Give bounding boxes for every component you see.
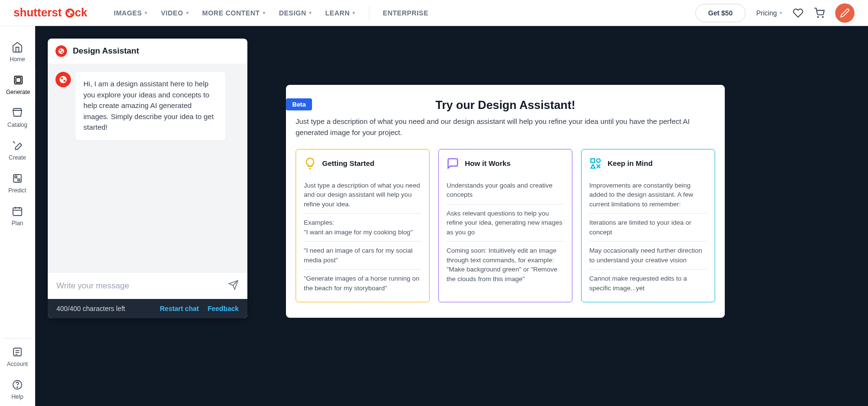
nav-label: LEARN (326, 9, 350, 17)
sidebar-item-account[interactable]: Account (0, 340, 35, 373)
card-header: Keep in Mind (589, 157, 707, 170)
card-how-it-works: How it Works Understands your goals and … (438, 149, 572, 302)
sidebar-label: Home (10, 56, 25, 63)
card-text: Cannot make requested edits to a specifi… (589, 270, 707, 293)
left-sidebar: Home Generate Catalog Create Predict Pla… (0, 26, 35, 406)
chat-panel: Design Assistant Hi, I am a design assis… (48, 39, 247, 318)
get50-button[interactable]: Get $50 (695, 4, 746, 22)
message-text: Hi, I am a design assistant here to help… (76, 72, 225, 140)
hero-title: Try our Design Assistant! (296, 98, 715, 112)
sidebar-item-help[interactable]: Help (0, 373, 35, 406)
svg-rect-24 (62, 52, 63, 53)
card-text: "I need an image of cars for my social m… (304, 242, 421, 270)
help-icon (12, 379, 23, 391)
svg-rect-30 (591, 159, 595, 162)
chat-input-row (48, 272, 247, 299)
nav-label: IMAGES (114, 9, 142, 17)
sidebar-item-create[interactable]: Create (0, 134, 35, 167)
restart-chat-link[interactable]: Restart chat (160, 305, 199, 312)
create-icon (12, 140, 23, 151)
send-icon (228, 280, 239, 290)
nav-more-content[interactable]: MORE CONTENT▾ (202, 9, 265, 17)
hero-panel: Beta Try our Design Assistant! Just type… (286, 85, 725, 318)
feedback-link[interactable]: Feedback (207, 305, 239, 312)
pencil-icon (840, 8, 850, 18)
nav-label: ENTERPRISE (383, 9, 428, 17)
shutterstock-logo-icon: shutterst ck (14, 7, 100, 19)
cart-button[interactable] (814, 8, 825, 18)
chevron-down-icon: ▾ (186, 10, 189, 15)
card-text: Coming soon: Intuitively edit an image t… (447, 242, 564, 284)
sidebar-divider (3, 338, 32, 338)
nav-images[interactable]: IMAGES▾ (114, 9, 148, 17)
nav-learn[interactable]: LEARN▾ (326, 9, 355, 17)
svg-point-31 (597, 159, 600, 162)
assistant-avatar-icon (55, 72, 71, 87)
chevron-down-icon: ▾ (353, 10, 355, 15)
nav-enterprise[interactable]: ENTERPRISE (383, 9, 428, 17)
sidebar-label: Account (7, 361, 27, 367)
send-button[interactable] (228, 280, 239, 292)
card-text: Asks relevant questions to help you refi… (447, 204, 564, 242)
hero-cards: Getting Started Just type a description … (296, 149, 715, 302)
card-keep-in-mind: Keep in Mind Improvements are constantly… (581, 149, 715, 302)
shutterstock-dot-icon (58, 48, 65, 54)
shapes-icon (589, 157, 602, 170)
sidebar-item-plan[interactable]: Plan (0, 200, 35, 232)
chat-footer-links: Restart chat Feedback (160, 305, 239, 312)
card-text: Iterations are limited to your idea or c… (589, 214, 707, 242)
sidebar-item-home[interactable]: Home (0, 36, 35, 68)
svg-rect-26 (61, 78, 63, 80)
sidebar-label: Help (12, 393, 24, 400)
shutterstock-dot-icon (59, 75, 68, 84)
nav-video[interactable]: VIDEO▾ (161, 9, 189, 17)
sidebar-label: Generate (6, 89, 30, 95)
sidebar-label: Predict (8, 187, 26, 194)
nav-label: MORE CONTENT (202, 9, 260, 17)
svg-point-21 (17, 387, 18, 388)
user-avatar[interactable] (835, 3, 854, 23)
chat-bubble-icon (447, 157, 459, 170)
card-text: "Generate images of a horse running on t… (304, 270, 421, 293)
sidebar-item-predict[interactable]: Predict (0, 167, 35, 200)
favorites-button[interactable] (793, 8, 803, 18)
account-icon (12, 346, 23, 358)
svg-rect-3 (70, 13, 72, 15)
svg-point-1 (66, 9, 73, 16)
svg-point-25 (60, 76, 67, 83)
card-title: How it Works (465, 159, 511, 167)
calendar-icon (12, 205, 23, 217)
generate-icon (13, 74, 24, 86)
hero-subtitle: Just type a description of what you need… (296, 116, 715, 138)
svg-rect-12 (13, 208, 22, 216)
lightbulb-icon (304, 157, 316, 170)
card-text: Just type a description of what you need… (304, 176, 421, 214)
svg-rect-11 (18, 179, 20, 181)
heart-icon (793, 7, 803, 19)
logo[interactable]: shutterst ck (14, 7, 100, 19)
sidebar-label: Catalog (7, 122, 27, 128)
sidebar-item-generate[interactable]: Generate (0, 68, 35, 101)
svg-rect-8 (16, 78, 21, 82)
svg-point-5 (817, 16, 818, 17)
chevron-down-icon: ▾ (309, 10, 312, 15)
nav-label: VIDEO (161, 9, 183, 17)
nav-design[interactable]: DESIGN▾ (279, 9, 312, 17)
chat-message: Hi, I am a design assistant here to help… (55, 72, 240, 140)
catalog-icon (12, 107, 23, 119)
card-text: Examples: "I want an image for my cookin… (304, 214, 421, 242)
card-header: Getting Started (304, 157, 421, 170)
nav-menu: IMAGES▾ VIDEO▾ MORE CONTENT▾ DESIGN▾ LEA… (114, 6, 428, 20)
sidebar-item-catalog[interactable]: Catalog (0, 101, 35, 134)
chat-input[interactable] (56, 281, 228, 291)
svg-rect-23 (60, 50, 61, 51)
chevron-down-icon: ▾ (263, 10, 266, 15)
nav-label: DESIGN (279, 9, 306, 17)
chevron-down-icon: ▾ (780, 10, 782, 15)
card-header: How it Works (447, 157, 564, 170)
chat-title: Design Assistant (73, 46, 139, 56)
assistant-badge-icon (55, 45, 67, 57)
card-getting-started: Getting Started Just type a description … (296, 149, 430, 302)
sidebar-label: Plan (12, 220, 23, 227)
pricing-link[interactable]: Pricing▾ (756, 9, 782, 17)
